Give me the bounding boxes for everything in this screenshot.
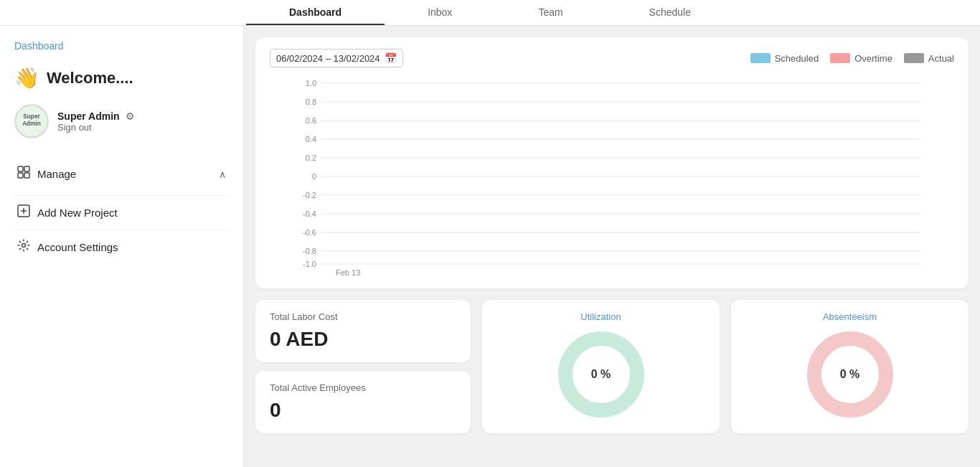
absenteeism-donut: 0 % bbox=[804, 328, 897, 421]
sign-out-link[interactable]: Sign out bbox=[57, 122, 135, 133]
svg-text:0: 0 bbox=[312, 172, 316, 181]
svg-text:-1.0: -1.0 bbox=[303, 260, 316, 268]
svg-text:0.6: 0.6 bbox=[306, 116, 316, 125]
manage-row[interactable]: Manage ∧ bbox=[14, 160, 229, 188]
settings-icon bbox=[17, 239, 30, 255]
welcome-text: Welcome.... bbox=[47, 69, 133, 88]
svg-text:0.2: 0.2 bbox=[306, 154, 316, 162]
date-range-text: 06/02/2024 – 13/02/2024 bbox=[276, 53, 380, 64]
legend-overtime: Overtime bbox=[830, 53, 892, 64]
legend-actual: Actual bbox=[904, 53, 954, 64]
chart-svg: 1.0 0.8 0.6 0.4 0.2 0 -0.2 -0.4 -0.6 -0.… bbox=[270, 76, 954, 277]
svg-text:-0.2: -0.2 bbox=[303, 191, 316, 199]
legend-color-scheduled bbox=[750, 53, 771, 63]
utilization-donut: 0 % bbox=[555, 328, 648, 421]
absenteeism-card: Absenteeism 0 % bbox=[731, 300, 969, 433]
manage-label: Manage bbox=[37, 168, 76, 180]
tab-dashboard[interactable]: Dashboard bbox=[246, 1, 385, 25]
svg-text:-0.8: -0.8 bbox=[303, 247, 316, 255]
calendar-icon: 📅 bbox=[385, 52, 397, 64]
sidebar-dashboard-link[interactable]: Dashboard bbox=[14, 40, 229, 52]
active-employees-label: Total Active Employees bbox=[270, 382, 456, 393]
svg-point-10 bbox=[22, 244, 26, 247]
svg-text:Super: Super bbox=[23, 113, 40, 120]
user-section: Super Admin Super Admin ⚙ Sign out bbox=[14, 104, 229, 138]
svg-text:Admin: Admin bbox=[22, 121, 41, 127]
svg-rect-4 bbox=[24, 166, 29, 171]
labor-cost-card: Total Labor Cost 0 AED bbox=[255, 300, 471, 362]
absenteeism-title: Absenteeism bbox=[823, 311, 877, 322]
tab-inbox[interactable]: Inbox bbox=[385, 1, 495, 25]
svg-text:Feb 13: Feb 13 bbox=[336, 268, 360, 277]
avatar: Super Admin bbox=[14, 104, 49, 138]
chart-header: 06/02/2024 – 13/02/2024 📅 Scheduled Over… bbox=[270, 49, 954, 67]
sidebar-item-account-settings[interactable]: Account Settings bbox=[14, 230, 229, 264]
chart-legend: Scheduled Overtime Actual bbox=[750, 53, 954, 64]
utilization-title: Utilization bbox=[580, 311, 621, 322]
content-area: 06/02/2024 – 13/02/2024 📅 Scheduled Over… bbox=[244, 26, 980, 467]
labor-cost-label: Total Labor Cost bbox=[270, 311, 456, 322]
chevron-up-icon: ∧ bbox=[219, 169, 226, 180]
labor-cost-value: 0 AED bbox=[270, 328, 456, 351]
svg-rect-5 bbox=[18, 173, 23, 178]
gear-icon[interactable]: ⚙ bbox=[126, 110, 135, 122]
user-name: Super Admin bbox=[57, 110, 120, 122]
svg-text:-0.6: -0.6 bbox=[303, 228, 316, 237]
svg-text:-0.4: -0.4 bbox=[303, 209, 316, 218]
sidebar-item-add-new-project[interactable]: Add New Project bbox=[14, 195, 229, 230]
active-employees-card: Total Active Employees 0 bbox=[255, 371, 471, 433]
active-employees-value: 0 bbox=[270, 399, 456, 422]
user-info: Super Admin ⚙ Sign out bbox=[57, 110, 135, 133]
utilization-card: Utilization 0 % bbox=[482, 300, 720, 433]
user-name-row: Super Admin ⚙ bbox=[57, 110, 135, 122]
manage-icon bbox=[17, 166, 30, 182]
welcome-section: 👋 Welcome.... bbox=[14, 66, 229, 90]
stats-row: Total Labor Cost 0 AED Total Active Empl… bbox=[255, 300, 969, 433]
sidebar-item-add-new-project-label: Add New Project bbox=[37, 207, 118, 219]
tab-team[interactable]: Team bbox=[495, 1, 606, 25]
svg-rect-6 bbox=[24, 173, 29, 178]
main-layout: Dashboard 👋 Welcome.... Super Admin Supe… bbox=[0, 26, 980, 467]
date-range-input[interactable]: 06/02/2024 – 13/02/2024 📅 bbox=[270, 49, 403, 67]
nav-tabs: Dashboard Inbox Team Schedule bbox=[246, 1, 734, 25]
svg-text:1.0: 1.0 bbox=[306, 79, 316, 88]
legend-overtime-label: Overtime bbox=[854, 53, 892, 64]
manage-left: Manage bbox=[17, 166, 76, 182]
tab-schedule[interactable]: Schedule bbox=[606, 1, 734, 25]
left-stats: Total Labor Cost 0 AED Total Active Empl… bbox=[255, 300, 471, 433]
sidebar-item-account-settings-label: Account Settings bbox=[37, 241, 118, 253]
chart-card: 06/02/2024 – 13/02/2024 📅 Scheduled Over… bbox=[255, 37, 969, 288]
plus-icon bbox=[17, 204, 30, 221]
top-navigation: Dashboard Inbox Team Schedule bbox=[0, 0, 980, 26]
legend-color-overtime bbox=[830, 53, 850, 63]
welcome-icon: 👋 bbox=[14, 66, 39, 90]
absenteeism-value: 0 % bbox=[840, 368, 860, 381]
svg-text:0.8: 0.8 bbox=[306, 98, 316, 106]
chart-container: 1.0 0.8 0.6 0.4 0.2 0 -0.2 -0.4 -0.6 -0.… bbox=[270, 76, 954, 277]
svg-text:0.4: 0.4 bbox=[306, 135, 316, 143]
manage-section: Manage ∧ bbox=[14, 160, 229, 188]
legend-color-actual bbox=[904, 53, 924, 63]
utilization-value: 0 % bbox=[591, 368, 611, 381]
svg-rect-3 bbox=[18, 166, 23, 171]
legend-scheduled-label: Scheduled bbox=[775, 53, 819, 64]
sidebar: Dashboard 👋 Welcome.... Super Admin Supe… bbox=[0, 26, 244, 467]
legend-actual-label: Actual bbox=[928, 53, 954, 64]
legend-scheduled: Scheduled bbox=[750, 53, 819, 64]
